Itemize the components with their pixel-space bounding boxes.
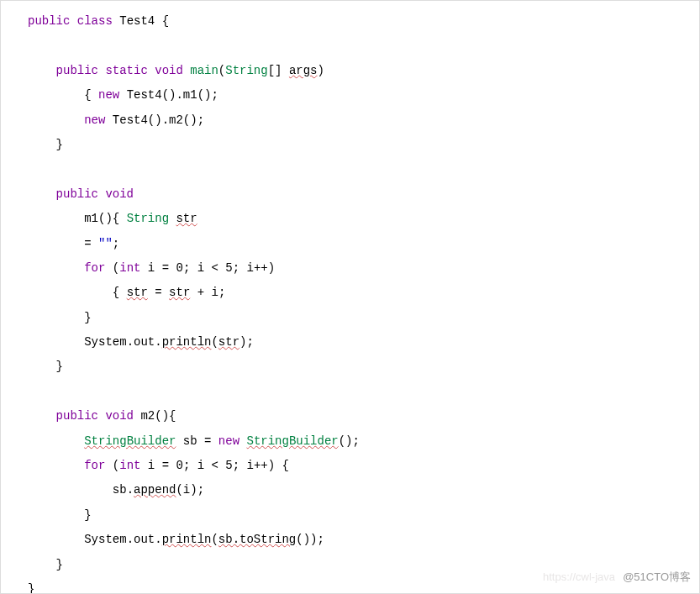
- brace: }: [56, 360, 63, 373]
- ctor-stringbuilder: StringBuilder: [246, 434, 338, 448]
- watermark: @51CTO博客: [623, 565, 691, 588]
- keyword-new: new: [218, 434, 239, 448]
- eq: sb =: [176, 434, 218, 448]
- keyword-public-void: public void: [56, 409, 134, 423]
- type-string: String: [127, 212, 169, 225]
- method-append: append: [134, 483, 176, 497]
- keyword-for: for: [84, 261, 105, 275]
- semi: ;: [113, 237, 119, 250]
- type-string: String: [225, 64, 267, 77]
- paren: (: [105, 261, 119, 275]
- brace: }: [56, 138, 63, 151]
- method-tostring: sb.toString: [218, 533, 296, 546]
- paren: );: [239, 335, 254, 349]
- eq: =: [84, 237, 98, 250]
- stmt: + i;: [190, 286, 225, 299]
- println: println: [162, 533, 212, 546]
- string-literal: "": [98, 237, 113, 250]
- var-str: str: [127, 286, 148, 299]
- brace: }: [28, 582, 34, 594]
- stmt: Test4().m1();: [119, 88, 218, 102]
- stmt: Test4().m2();: [105, 113, 204, 127]
- brace: {: [275, 459, 289, 472]
- keyword-int: int: [119, 459, 140, 472]
- brackets: []: [268, 64, 289, 77]
- keyword-new: new: [98, 88, 119, 102]
- brace: }: [56, 558, 63, 571]
- paren: (: [105, 459, 119, 472]
- var-str: str: [176, 212, 197, 225]
- keyword-public-void: public void: [56, 187, 134, 201]
- watermark-faint: https://cwl-java: [543, 565, 615, 588]
- arg-args: args: [289, 64, 318, 77]
- brace: }: [84, 311, 91, 324]
- for-cond: i = 0; i < 5; i++): [140, 459, 275, 472]
- paren: (: [218, 64, 225, 77]
- keyword-int: int: [119, 261, 140, 275]
- brace: {: [155, 14, 169, 28]
- paren: ());: [296, 533, 324, 546]
- method-m1: m1: [84, 212, 98, 225]
- brace: (){: [98, 212, 127, 225]
- brace: {: [84, 88, 98, 102]
- println: println: [162, 335, 212, 349]
- code-block: public class Test4 { public static void …: [1, 1, 699, 594]
- method-main: main: [190, 64, 218, 77]
- paren: ();: [339, 434, 360, 448]
- paren: (: [211, 533, 218, 546]
- keyword-new: new: [84, 113, 105, 127]
- sb: sb.: [113, 483, 134, 497]
- keyword-public-class: public class: [28, 14, 113, 28]
- paren: (: [211, 335, 218, 349]
- eq: =: [148, 286, 169, 299]
- paren: ): [318, 64, 324, 77]
- var-str: str: [169, 286, 190, 299]
- keyword-for: for: [84, 459, 105, 472]
- for-cond: i = 0; i < 5; i++): [140, 261, 275, 275]
- paren: (i);: [176, 483, 204, 497]
- brace: }: [84, 508, 91, 522]
- class-name: Test4: [119, 14, 155, 28]
- sysout: System.out.: [84, 533, 161, 546]
- method-m2: m2(){: [134, 409, 176, 423]
- sysout: System.out.: [84, 335, 161, 349]
- brace: {: [113, 286, 127, 299]
- keyword-public-static-void: public static void: [56, 64, 183, 77]
- var-str: str: [218, 335, 239, 349]
- type-stringbuilder: StringBuilder: [84, 434, 176, 448]
